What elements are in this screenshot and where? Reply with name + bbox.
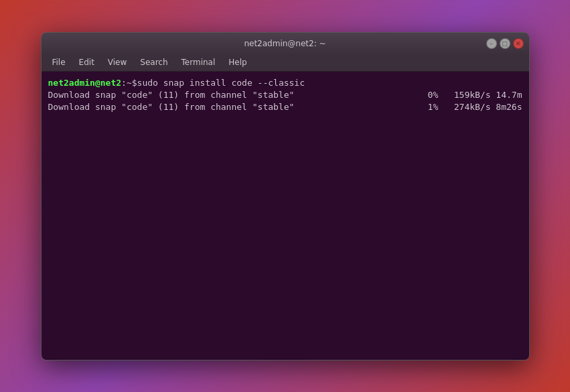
prompt-separator: :~$ — [121, 77, 137, 89]
output-line-1: Download snap "code" (11) from channel "… — [48, 89, 522, 101]
terminal-window: net2admin@net2: ~ – □ ✕ File Edit View S… — [41, 32, 530, 361]
menu-view[interactable]: View — [102, 56, 132, 68]
menu-edit[interactable]: Edit — [74, 56, 100, 68]
command-line: net2admin@net2 :~$ sudo snap install cod… — [48, 77, 522, 89]
menu-search[interactable]: Search — [135, 56, 173, 68]
output-text-2: Download snap "code" (11) from channel "… — [48, 101, 295, 113]
window-controls: – □ ✕ — [486, 38, 524, 49]
output-text-1: Download snap "code" (11) from channel "… — [48, 89, 295, 101]
prompt-user: net2admin@net2 — [48, 77, 122, 89]
menubar: File Edit View Search Terminal Help — [42, 54, 529, 72]
maximize-button[interactable]: □ — [500, 38, 510, 49]
terminal-body[interactable]: net2admin@net2 :~$ sudo snap install cod… — [42, 72, 529, 360]
menu-file[interactable]: File — [47, 56, 71, 68]
prompt-command: sudo snap install code --classic — [137, 77, 305, 89]
output-stats-2: 1% 274kB/s 8m26s — [417, 101, 522, 113]
menu-help[interactable]: Help — [223, 56, 252, 68]
minimize-button[interactable]: – — [486, 38, 497, 49]
window-title: net2admin@net2: ~ — [244, 39, 326, 48]
close-button[interactable]: ✕ — [513, 38, 524, 49]
titlebar: net2admin@net2: ~ – □ ✕ — [42, 33, 529, 54]
output-stats-1: 0% 159kB/s 14.7m — [417, 89, 522, 101]
output-line-2: Download snap "code" (11) from channel "… — [48, 101, 522, 113]
menu-terminal[interactable]: Terminal — [176, 56, 221, 68]
